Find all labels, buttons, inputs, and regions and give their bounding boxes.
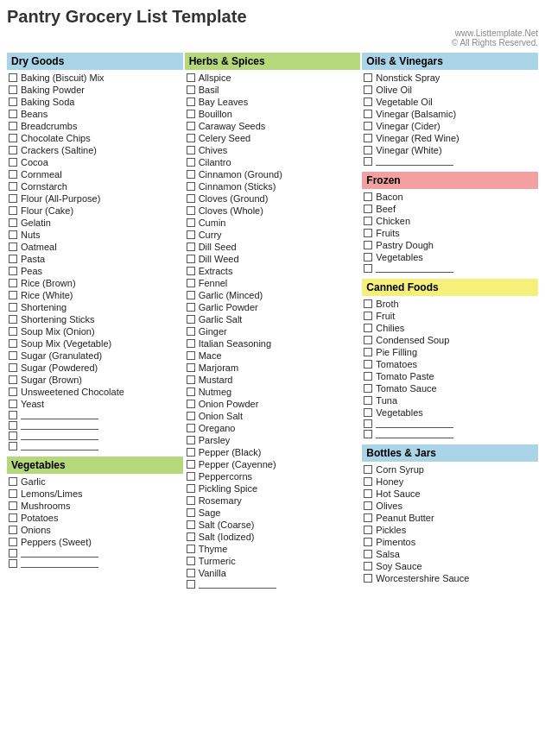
list-item[interactable]: Pie Filling	[362, 346, 538, 358]
checkbox-icon[interactable]	[9, 122, 17, 130]
list-item[interactable]: Marjoram	[185, 362, 361, 374]
list-item[interactable]: Dill Weed	[185, 253, 361, 265]
checkbox-icon[interactable]	[364, 264, 372, 273]
checkbox-icon[interactable]	[364, 253, 372, 261]
checkbox-icon[interactable]	[364, 217, 372, 225]
list-item[interactable]: Soy Sauce	[362, 560, 538, 572]
checkbox-icon[interactable]	[187, 532, 195, 541]
checkbox-icon[interactable]	[187, 351, 195, 360]
list-item[interactable]: Cumin	[185, 217, 361, 229]
checkbox-icon[interactable]	[187, 327, 195, 336]
blank-line[interactable]	[7, 558, 183, 569]
checkbox-icon[interactable]	[187, 580, 195, 589]
list-item[interactable]: Bacon	[362, 191, 538, 203]
list-item[interactable]: Flour (All-Purpose)	[7, 192, 183, 205]
checkbox-icon[interactable]	[187, 267, 195, 275]
checkbox-icon[interactable]	[9, 387, 17, 396]
checkbox-icon[interactable]	[9, 526, 17, 534]
checkbox-icon[interactable]	[364, 477, 372, 486]
checkbox-icon[interactable]	[187, 243, 195, 251]
checkbox-icon[interactable]	[364, 501, 372, 510]
checkbox-icon[interactable]	[364, 122, 372, 130]
checkbox-icon[interactable]	[9, 375, 17, 384]
list-item[interactable]: Vegetables	[362, 251, 538, 263]
checkbox-icon[interactable]	[9, 243, 17, 251]
list-item[interactable]: Garlic Salt	[185, 313, 361, 325]
checkbox-icon[interactable]	[187, 400, 195, 408]
list-item[interactable]: Garlic	[7, 476, 183, 488]
list-item[interactable]: Salt (Iodized)	[185, 531, 361, 543]
checkbox-icon[interactable]	[9, 559, 17, 568]
list-item[interactable]: Caraway Seeds	[185, 120, 361, 132]
list-item[interactable]: Olives	[362, 500, 538, 512]
list-item[interactable]: Unsweetened Chocolate	[7, 386, 183, 398]
checkbox-icon[interactable]	[364, 396, 372, 405]
list-item[interactable]: Peppers (Sweet)	[7, 536, 183, 548]
list-item[interactable]: Olive Oil	[362, 84, 538, 96]
checkbox-icon[interactable]	[187, 194, 195, 203]
list-item[interactable]: Pepper (Cayenne)	[185, 458, 361, 470]
list-item[interactable]: Onions	[7, 524, 183, 536]
checkbox-icon[interactable]	[9, 255, 17, 263]
list-item[interactable]: Peas	[7, 265, 183, 277]
checkbox-icon[interactable]	[364, 324, 372, 332]
checkbox-icon[interactable]	[364, 562, 372, 570]
checkbox-icon[interactable]	[187, 134, 195, 142]
checkbox-icon[interactable]	[9, 206, 17, 215]
checkbox-icon[interactable]	[187, 339, 195, 348]
checkbox-icon[interactable]	[364, 134, 372, 142]
checkbox-icon[interactable]	[364, 360, 372, 369]
list-item[interactable]: Onion Salt	[185, 410, 361, 422]
checkbox-icon[interactable]	[187, 182, 195, 191]
list-item[interactable]: Thyme	[185, 543, 361, 555]
list-item[interactable]: Sage	[185, 507, 361, 519]
blank-line[interactable]	[362, 156, 538, 167]
checkbox-icon[interactable]	[9, 158, 17, 167]
checkbox-icon[interactable]	[9, 421, 17, 430]
checkbox-icon[interactable]	[9, 339, 17, 348]
checkbox-icon[interactable]	[187, 472, 195, 481]
list-item[interactable]: Bay Leaves	[185, 96, 361, 108]
checkbox-icon[interactable]	[364, 205, 372, 213]
checkbox-icon[interactable]	[9, 267, 17, 275]
list-item[interactable]: Basil	[185, 84, 361, 96]
checkbox-icon[interactable]	[364, 489, 372, 498]
list-item[interactable]: Nonstick Spray	[362, 72, 538, 84]
checkbox-icon[interactable]	[364, 312, 372, 320]
blank-line[interactable]	[362, 263, 538, 274]
checkbox-icon[interactable]	[9, 303, 17, 312]
checkbox-icon[interactable]	[9, 110, 17, 118]
list-item[interactable]: Italian Seasoning	[185, 337, 361, 350]
checkbox-icon[interactable]	[364, 430, 372, 438]
checkbox-icon[interactable]	[9, 85, 17, 94]
list-item[interactable]: Honey	[362, 476, 538, 488]
checkbox-icon[interactable]	[187, 460, 195, 469]
checkbox-icon[interactable]	[187, 436, 195, 444]
checkbox-icon[interactable]	[9, 501, 17, 510]
list-item[interactable]: Vegetables	[362, 406, 538, 419]
checkbox-icon[interactable]	[187, 520, 195, 529]
list-item[interactable]: Chocolate Chips	[7, 132, 183, 144]
list-item[interactable]: Cinnamon (Sticks)	[185, 180, 361, 192]
list-item[interactable]: Rice (Brown)	[7, 277, 183, 289]
checkbox-icon[interactable]	[9, 411, 17, 419]
checkbox-icon[interactable]	[187, 146, 195, 154]
list-item[interactable]: Beef	[362, 203, 538, 215]
checkbox-icon[interactable]	[187, 230, 195, 239]
list-item[interactable]: Sugar (Powdered)	[7, 362, 183, 374]
list-item[interactable]: Peppercorns	[185, 470, 361, 482]
checkbox-icon[interactable]	[364, 146, 372, 154]
blank-line[interactable]	[7, 420, 183, 431]
list-item[interactable]: Baking Powder	[7, 84, 183, 96]
checkbox-icon[interactable]	[364, 299, 372, 308]
checkbox-icon[interactable]	[187, 255, 195, 263]
checkbox-icon[interactable]	[187, 496, 195, 505]
list-item[interactable]: Vinegar (White)	[362, 144, 538, 156]
list-item[interactable]: Shortening Sticks	[7, 313, 183, 325]
list-item[interactable]: Tuna	[362, 394, 538, 406]
list-item[interactable]: Baking Soda	[7, 96, 183, 108]
checkbox-icon[interactable]	[9, 432, 17, 440]
checkbox-icon[interactable]	[9, 549, 17, 558]
list-item[interactable]: Pickling Spice	[185, 482, 361, 495]
list-item[interactable]: Tomato Paste	[362, 370, 538, 382]
